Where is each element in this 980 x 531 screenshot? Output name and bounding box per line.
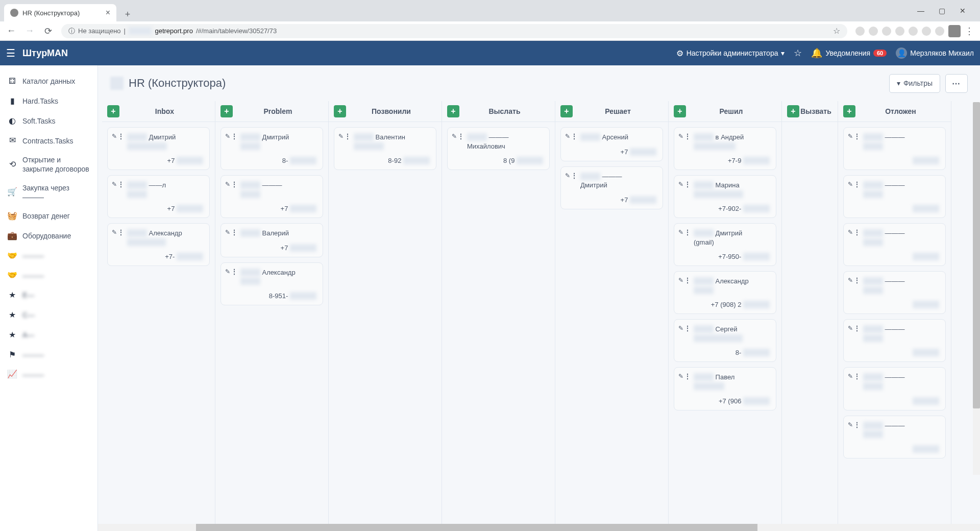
edit-icon[interactable]: ✎ <box>678 373 683 380</box>
kanban-card[interactable]: ✎⋮xxxxxx в Андрей ——— (gmail)+7-9 xxxxxx… <box>674 127 776 170</box>
kanban-card[interactable]: ✎⋮xxxxxx ——— ——— xxxxxxxx <box>843 319 946 362</box>
card-more-icon[interactable]: ⋮ <box>458 133 464 140</box>
kanban-card[interactable]: ✎⋮xxxxxx ——л ———+7 xxxxxxxx <box>107 175 210 218</box>
kanban-card[interactable]: ✎⋮xxxxxx Дмитрий ———8- xxxxxxxx <box>220 127 323 170</box>
bookmark-star-icon[interactable]: ☆ <box>833 26 840 36</box>
edit-icon[interactable]: ✎ <box>848 421 853 428</box>
edit-icon[interactable]: ✎ <box>452 133 457 140</box>
edit-icon[interactable]: ✎ <box>112 181 117 188</box>
card-more-icon[interactable]: ⋮ <box>231 181 237 188</box>
edit-icon[interactable]: ✎ <box>678 181 683 188</box>
kanban-card[interactable]: ✎⋮xxxxxx ——— ——— xxxxxxxx <box>843 367 946 410</box>
card-more-icon[interactable]: ⋮ <box>684 133 691 140</box>
card-more-icon[interactable]: ⋮ <box>854 229 860 236</box>
sidebar-item-10[interactable]: ★E— <box>0 285 97 305</box>
kanban-card[interactable]: ✎⋮xxxxxx Александр ———+7 (908) 2 xxxxxxx… <box>674 271 776 314</box>
vscroll-thumb[interactable] <box>973 102 980 408</box>
favorites-icon[interactable]: ☆ <box>794 47 802 59</box>
sidebar-item-0[interactable]: ⚃Каталог данных <box>0 71 97 91</box>
card-more-icon[interactable]: ⋮ <box>231 133 237 140</box>
card-more-icon[interactable]: ⋮ <box>118 133 124 140</box>
card-more-icon[interactable]: ⋮ <box>854 277 860 284</box>
sidebar-item-3[interactable]: ✉Contracts.Tasks <box>0 131 97 151</box>
window-close-icon[interactable]: ✕ <box>960 7 966 15</box>
card-more-icon[interactable]: ⋮ <box>684 181 691 188</box>
back-button[interactable]: ← <box>6 26 16 36</box>
card-more-icon[interactable]: ⋮ <box>854 373 860 380</box>
sidebar-item-5[interactable]: 🛒Закупка через ——— <box>0 179 97 206</box>
kanban-card[interactable]: ✎⋮xxxxxx Александр ——ч (gmail)+7- xxxxxx… <box>107 223 210 266</box>
kanban-card[interactable]: ✎⋮xxxxxx Марина ———на (gmail)+7-902- xxx… <box>674 175 776 218</box>
kanban-card[interactable]: ✎⋮xxxxxx ——— ——— xxxxxxxx <box>843 271 946 314</box>
kanban-card[interactable]: ✎⋮xxxxxx ——— ——— xxxxxxxx <box>843 223 946 266</box>
admin-settings-button[interactable]: ⚙ Настройки администратора ▾ <box>676 49 785 58</box>
edit-icon[interactable]: ✎ <box>678 277 683 284</box>
forward-button[interactable]: → <box>24 26 35 36</box>
kanban-card[interactable]: ✎⋮xxxxxx ——— ——— xxxxxxxx <box>843 416 946 458</box>
chrome-profile-avatar[interactable] <box>948 25 961 37</box>
notifications-button[interactable]: 🔔 Уведомления 60 <box>811 47 887 59</box>
edit-icon[interactable]: ✎ <box>678 325 683 332</box>
edit-icon[interactable]: ✎ <box>225 268 230 275</box>
kanban-card[interactable]: ✎⋮xxxxxx Александр ———8-951- xxxxxxxx <box>220 262 323 305</box>
sidebar-item-1[interactable]: ▮Hard.Tasks <box>0 91 97 111</box>
edit-icon[interactable]: ✎ <box>848 325 853 332</box>
card-more-icon[interactable]: ⋮ <box>345 133 351 140</box>
edit-icon[interactable]: ✎ <box>225 181 230 188</box>
kanban-card[interactable]: ✎⋮xxxxxx Валентин ————ч8-92 xxxxxxxx <box>334 127 436 170</box>
card-more-icon[interactable]: ⋮ <box>854 325 860 332</box>
kanban-card[interactable]: ✎⋮xxxxxx ——— ——— xxxxxxxx <box>843 175 946 218</box>
extension-icon[interactable] <box>855 27 865 36</box>
sidebar-item-8[interactable]: 🤝——— <box>0 246 97 266</box>
kanban-card[interactable]: ✎⋮xxxxxx Дмитрий ——————+7 xxxxxxxx <box>107 127 210 170</box>
extension-icon[interactable] <box>935 27 944 36</box>
card-more-icon[interactable]: ⋮ <box>854 133 860 140</box>
edit-icon[interactable]: ✎ <box>848 133 853 140</box>
add-card-button[interactable]: + <box>447 105 459 117</box>
window-maximize-icon[interactable]: ▢ <box>939 7 945 15</box>
user-menu[interactable]: 👤 Мерзляков Михаил <box>896 47 974 59</box>
edit-icon[interactable]: ✎ <box>848 373 853 380</box>
kanban-card[interactable]: ✎⋮xxxxxx Дмитрий (gmail)+7-950- xxxxxxxx <box>674 223 776 266</box>
edit-icon[interactable]: ✎ <box>338 133 344 140</box>
extension-icon[interactable] <box>882 27 891 36</box>
edit-icon[interactable]: ✎ <box>225 229 230 236</box>
card-more-icon[interactable]: ⋮ <box>854 421 860 428</box>
sidebar-item-2[interactable]: ◐Soft.Tasks <box>0 111 97 131</box>
add-card-button[interactable]: + <box>220 105 233 117</box>
kanban-card[interactable]: ✎⋮xxxxxx Павел ———вич+7 (906 xxxxxxxx <box>674 367 776 410</box>
card-more-icon[interactable]: ⋮ <box>118 229 124 236</box>
sidebar-item-12[interactable]: ★A— <box>0 325 97 345</box>
card-more-icon[interactable]: ⋮ <box>684 373 691 380</box>
edit-icon[interactable]: ✎ <box>678 133 683 140</box>
filters-button[interactable]: ▾ Фильтры <box>889 74 940 93</box>
card-more-icon[interactable]: ⋮ <box>571 172 577 179</box>
add-card-button[interactable]: + <box>674 105 686 117</box>
edit-icon[interactable]: ✎ <box>848 229 853 236</box>
add-card-button[interactable]: + <box>787 105 799 117</box>
edit-icon[interactable]: ✎ <box>565 172 570 179</box>
sidebar-item-9[interactable]: 🤝——— <box>0 266 97 285</box>
sidebar-item-13[interactable]: ⚑——— <box>0 345 97 365</box>
edit-icon[interactable]: ✎ <box>225 133 230 140</box>
card-more-icon[interactable]: ⋮ <box>571 133 577 140</box>
kanban-card[interactable]: ✎⋮xxxxxx Арсений +7 xxxxxxxx <box>560 127 663 161</box>
add-card-button[interactable]: + <box>560 105 573 117</box>
address-bar[interactable]: ⓘ Не защищено | xxxxxxx getreport.pro /#… <box>61 24 847 38</box>
card-more-icon[interactable]: ⋮ <box>231 229 237 236</box>
card-more-icon[interactable]: ⋮ <box>854 181 860 188</box>
kanban-card[interactable]: ✎⋮xxxxxx ——— Михайлович8 (9 xxxxxxxx <box>447 127 550 170</box>
page-more-button[interactable]: ⋯ <box>945 74 968 93</box>
new-tab-button[interactable]: + <box>120 7 135 21</box>
sidebar-item-11[interactable]: ★C— <box>0 305 97 325</box>
add-card-button[interactable]: + <box>334 105 346 117</box>
card-more-icon[interactable]: ⋮ <box>118 181 124 188</box>
tab-close-icon[interactable]: × <box>106 8 110 17</box>
sidebar-item-4[interactable]: ⟲Открытие и закрытие договоров <box>0 151 97 178</box>
kanban-card[interactable]: ✎⋮xxxxxx ——— Дмитрий+7 xxxxxxxx <box>560 166 663 209</box>
card-more-icon[interactable]: ⋮ <box>684 325 691 332</box>
card-more-icon[interactable]: ⋮ <box>684 229 691 236</box>
extension-icon[interactable] <box>869 27 878 36</box>
hamburger-menu-icon[interactable]: ☰ <box>6 47 15 59</box>
sidebar-item-6[interactable]: 🧺Возврат денег <box>0 206 97 226</box>
